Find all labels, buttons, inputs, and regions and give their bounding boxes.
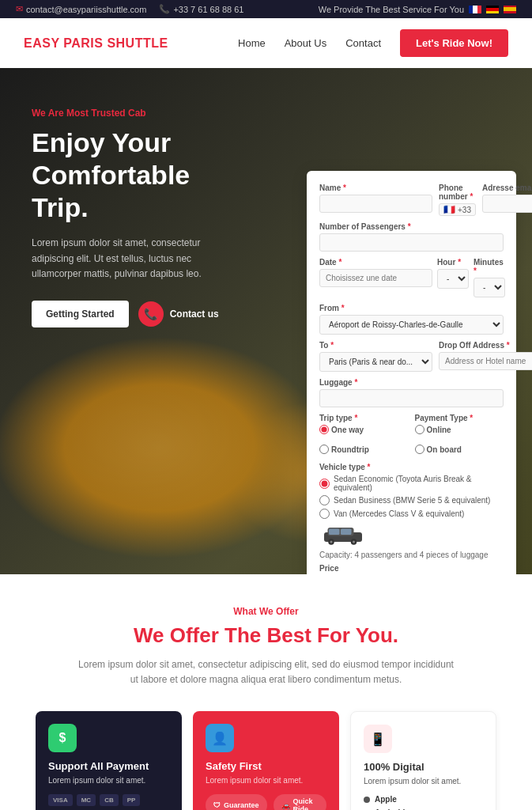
form-row-datetime: Date * Hour * - Minutes * - <box>319 258 504 297</box>
hero-section: We Are Most Trusted Cab Enjoy Your Comfo… <box>0 68 532 574</box>
services-section: What We Offer We Offer The Best For You.… <box>0 574 532 810</box>
form-row-personal: Name * Phone number * 🇫🇷 +33 Adresse ema… <box>319 184 504 216</box>
passengers-group: Number of Passengers * <box>319 222 504 252</box>
contact-phone-icon: 📞 <box>138 301 164 327</box>
digital-card: 📱 100% Digital Lorem ipsum dolor sit ame… <box>350 711 496 810</box>
services-cards: $ Support All Payment Lorem ipsum dolor … <box>24 711 508 810</box>
to-label: To * <box>319 341 432 350</box>
luggage-input[interactable] <box>319 389 504 407</box>
platform-apple: Apple <box>364 795 483 804</box>
getting-started-button[interactable]: Getting Started <box>32 301 129 327</box>
nav-links: Home About Us Contact Let's Ride Now! <box>238 29 508 57</box>
vehicle-sedan-business[interactable]: Sedan Business (BMW Serie 5 & equivalent… <box>319 495 504 505</box>
email-label: Adresse email * <box>482 184 532 192</box>
from-select[interactable]: Aéroport de Roissy-Charles-de-Gaulle <box>319 315 504 335</box>
one-way-option[interactable]: One way <box>319 425 364 434</box>
flag-spanish[interactable] <box>504 6 516 13</box>
phone-prefix: +33 <box>458 206 471 214</box>
phone-info: 📞 +33 7 61 68 88 61 <box>159 4 243 14</box>
apple-dot <box>364 797 370 803</box>
minutes-select[interactable]: - <box>474 278 505 297</box>
minutes-group: Minutes * - <box>474 258 505 297</box>
capacity-text: Capacity: 4 passengers and 4 pieces of l… <box>319 551 504 559</box>
services-title: We Offer The Best For You. <box>24 623 508 648</box>
phone-icon-card: 📱 <box>370 732 386 747</box>
flag-icon: 🇫🇷 <box>443 204 455 215</box>
roundtrip-option[interactable]: Roundtrip <box>319 445 369 454</box>
safety-card: 👤 Safety First Lorem ipsum dolor sit ame… <box>193 711 339 810</box>
visa-icon: VISA <box>48 794 73 806</box>
email-icon: ✉ <box>16 4 23 14</box>
minutes-label: Minutes * <box>474 258 505 275</box>
flag-french[interactable] <box>469 6 481 13</box>
safety-card-title: Safety First <box>206 760 326 772</box>
hour-select[interactable]: - <box>437 269 469 289</box>
date-label: Date * <box>319 258 432 267</box>
date-input[interactable] <box>319 269 432 287</box>
hero-buttons: Getting Started 📞 Contact us <box>32 301 221 327</box>
form-row-destination: To * Paris (Paris & near do... Drop Off … <box>319 341 504 372</box>
contact-us-button[interactable]: 📞 Contact us <box>138 301 219 327</box>
safety-card-desc: Lorem ipsum dolor sit amet. <box>206 775 326 786</box>
car-icon <box>319 524 367 546</box>
safety-badges: 🛡 Guarantee 🚗 Quick Ride <box>206 794 326 810</box>
top-bar-left: ✉ contact@easypariisshuttle.com 📞 +33 7 … <box>16 4 243 14</box>
phone-group: Phone number * 🇫🇷 +33 <box>439 184 476 216</box>
hero-description: Lorem ipsum dolor sit amet, consectetur … <box>32 236 221 282</box>
name-input[interactable] <box>319 195 432 213</box>
pp-icon: PP <box>123 794 141 806</box>
svg-point-5 <box>330 541 333 543</box>
trip-type-radios: One way Roundtrip <box>319 425 409 456</box>
hour-label: Hour * <box>437 258 469 267</box>
svg-point-7 <box>353 541 355 543</box>
top-bar: ✉ contact@easypariisshuttle.com 📞 +33 7 … <box>0 0 532 18</box>
name-label: Name * <box>319 184 432 192</box>
nav-cta-button[interactable]: Let's Ride Now! <box>400 29 508 57</box>
car-image <box>319 524 504 547</box>
email-info: ✉ contact@easypariisshuttle.com <box>16 4 146 14</box>
nav-home[interactable]: Home <box>238 37 266 49</box>
nav-about[interactable]: About Us <box>285 37 326 49</box>
hero-content: We Are Most Trusted Cab Enjoy Your Comfo… <box>0 68 245 351</box>
online-payment-option[interactable]: Online <box>415 425 451 434</box>
trip-type-label: Trip type * <box>319 414 409 422</box>
tagline: We Provide The Best Service For You <box>319 5 464 14</box>
platform-list: Apple Android Online <box>364 795 483 810</box>
dropoff-group: Drop Off Address * <box>439 341 532 372</box>
form-row-trip-payment: Trip type * One way Roundtrip Payment Ty… <box>319 414 504 456</box>
nav-contact[interactable]: Contact <box>345 37 381 49</box>
vehicle-type-section: Vehicle type * Sedan Economic (Toyota Au… <box>319 463 504 519</box>
payment-card-title: Support All Payment <box>48 760 169 772</box>
hero-subtitle: We Are Most Trusted Cab <box>32 108 221 119</box>
car-icon-small: 🚗 <box>281 801 290 809</box>
services-description: Lorem ipsum dolor sit amet, consectetur … <box>77 657 456 687</box>
date-group: Date * <box>319 258 432 297</box>
guarantee-badge: 🛡 Guarantee <box>206 794 267 810</box>
to-group: To * Paris (Paris & near do... <box>319 341 432 372</box>
payment-type-label: Payment Type * <box>415 414 504 422</box>
quick-ride-badge: 🚗 Quick Ride <box>274 794 326 810</box>
name-group: Name * <box>319 184 432 216</box>
hero-title: Enjoy Your Comfortable Trip. <box>32 127 221 223</box>
mc-icon: MC <box>77 794 96 806</box>
navbar: EASY PARIS SHUTTLE Home About Us Contact… <box>0 18 532 68</box>
flag-german[interactable] <box>486 6 499 13</box>
svg-rect-2 <box>329 529 340 536</box>
payment-icon-wrap: $ <box>48 724 77 752</box>
to-select[interactable]: Paris (Paris & near do... <box>319 352 432 372</box>
from-label: From * <box>319 304 504 312</box>
vehicle-sedan-economic[interactable]: Sedan Economic (Toyota Auris Break & equ… <box>319 475 504 492</box>
luggage-group: Luggage * <box>319 378 504 407</box>
phone-icon: 📞 <box>159 4 170 14</box>
phone-input-wrapper[interactable]: 🇫🇷 +33 <box>439 203 476 216</box>
passengers-input[interactable] <box>319 233 504 252</box>
passengers-label: Number of Passengers * <box>319 222 504 231</box>
onboard-payment-option[interactable]: On board <box>415 445 462 454</box>
dropoff-input[interactable] <box>439 352 532 370</box>
payment-type-radios: Online On board <box>415 425 504 456</box>
vehicle-van[interactable]: Van (Mercedes Class V & equivalent) <box>319 509 504 519</box>
payment-methods: VISA MC CB PP <box>48 794 169 806</box>
svg-rect-3 <box>341 529 352 536</box>
email-input[interactable] <box>482 195 532 213</box>
email-group: Adresse email * <box>482 184 532 216</box>
